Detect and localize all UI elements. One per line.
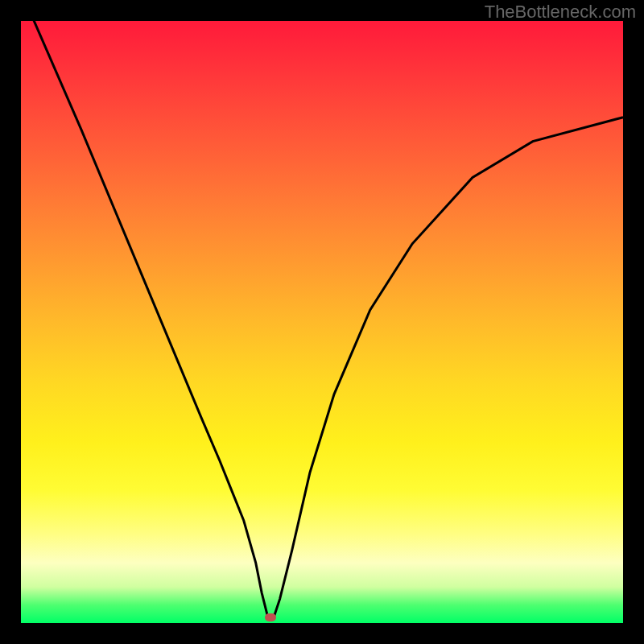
minimum-marker (265, 613, 276, 621)
watermark-text: TheBottleneck.com (485, 2, 636, 23)
bottleneck-curve-line (21, 0, 623, 617)
curve-svg (21, 21, 623, 623)
chart-frame: TheBottleneck.com (0, 0, 644, 644)
plot-area (21, 21, 623, 623)
